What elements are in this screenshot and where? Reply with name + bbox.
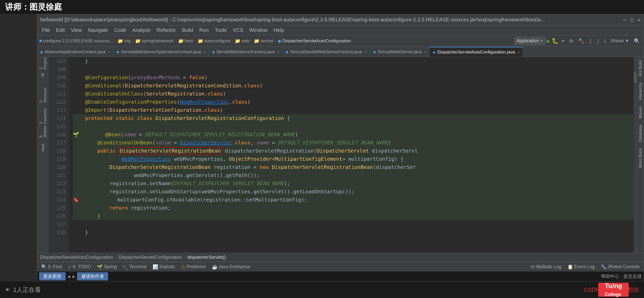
tab-tomcat-factory-label: TomcatServletWebServerFactory.java	[290, 49, 362, 55]
line-111: 111	[48, 90, 66, 98]
bottom-spring[interactable]: 🌱 Spring	[95, 264, 119, 270]
sidebar-project-icon[interactable]: 1: Project	[38, 59, 47, 68]
debug-button[interactable]: 🐛	[552, 38, 559, 44]
tab-tomcat-factory[interactable]: ◆ TomcatServletWebServerFactory.java ×	[283, 47, 370, 57]
tab-abstract[interactable]: ◆ AbstractApplicationContext.java ×	[37, 47, 113, 57]
event-log-icon: 📋	[567, 264, 573, 270]
toolbar-btn-4[interactable]: ⟩	[595, 37, 601, 45]
tab-dispatcher-active[interactable]: ◆ DispatcherServletAutoConfiguration.jav…	[430, 47, 523, 57]
sidebar-commit-icon[interactable]: @	[38, 70, 47, 79]
bottom-todo[interactable]: ✓ 6: TODO	[66, 264, 93, 270]
sidebar-favorites-icon[interactable]: 2: Favorites	[38, 112, 47, 121]
mybatis-label: MyBatis Log	[536, 264, 561, 269]
code-content[interactable]: } @Configuration(proxyBeanMethods = fals…	[69, 57, 634, 253]
bottom-panel: 🔍 3: Find ✓ 6: TODO 🌱 Spring >_ Terminal…	[37, 262, 644, 272]
menu-run[interactable]: Run	[197, 26, 211, 34]
sidebar-jrebel-icon[interactable]: 3: JRebel	[38, 127, 47, 137]
bottom-problems[interactable]: ⚠ Problems	[179, 264, 208, 270]
terminal-label: Terminal	[129, 264, 147, 269]
menu-help[interactable]: Help	[271, 26, 286, 34]
breadcrumb-sep-7: ›	[274, 38, 277, 43]
breadcrumb-sep-5: ›	[231, 38, 234, 43]
toolbar-btn-1[interactable]: ⟳	[568, 37, 575, 45]
menu-view[interactable]: View	[68, 26, 84, 34]
coverage-button[interactable]: ☂	[560, 37, 566, 45]
breadcrumb-springframework: 📁 springframework	[135, 38, 174, 44]
bottom-jrebel-console[interactable]: 🔧 JRebel Console	[599, 264, 642, 270]
menu-navigate[interactable]: Navigate	[85, 26, 111, 34]
toolbar-btn-5[interactable]: 🔍	[632, 37, 642, 45]
ide-window: helloworld [D:\ideaworkspace\java\spring…	[37, 14, 644, 281]
maximize-button[interactable]: □	[631, 17, 634, 23]
bottom-terminal[interactable]: >_ Terminal	[121, 264, 149, 270]
find-label: 3: Find	[48, 264, 62, 269]
tab-tomcat-web[interactable]: ◆ TomcatWebServer.java ×	[370, 47, 430, 57]
code-line-110: @Conditional(DispatcherServletRegistrati…	[73, 82, 634, 90]
status-right: 帮助中心 提交反馈	[601, 273, 642, 279]
sidebar-web-icon[interactable]: Web	[38, 143, 47, 152]
sidebar-structure-icon[interactable]: 2: Structure	[38, 91, 47, 100]
right-label-maven[interactable]: Maven	[637, 103, 644, 121]
title-controls: ─ □ ×	[623, 17, 641, 23]
code-line-109: @Configuration(proxyBeanMethods = false)	[73, 73, 634, 82]
toolbar-btn-2[interactable]: 🔨	[577, 37, 586, 45]
mybatis-icon: 🗃	[531, 264, 535, 269]
right-label-word-book[interactable]: Word Book	[637, 145, 644, 171]
menu-refactor[interactable]: Refactor	[154, 26, 179, 34]
breadcrumb-servlet: 📁 servlet	[254, 38, 273, 44]
menu-file[interactable]: File	[39, 26, 52, 34]
bottom-event-log[interactable]: 📋 Event Log	[565, 264, 597, 270]
tab-tomcat-web-label: TomcatWebServer.java	[377, 49, 422, 55]
bottom-mybatis[interactable]: 🗃 MyBatis Log	[529, 264, 563, 270]
breadcrumb-boot: 📁 boot	[178, 38, 193, 44]
toolbar-btn-3[interactable]: ⟨	[588, 37, 594, 45]
code-line-123: registration.setLoadOnStartup(webMvcProp…	[73, 187, 634, 196]
more-graphics-button[interactable]: 更多图形	[39, 272, 66, 280]
status-bar: 更多图形 ◀ ▶ 邀请协作者 帮助中心 提交反馈	[37, 272, 644, 281]
tab-tomcat-factory-close[interactable]: ×	[365, 50, 367, 54]
menu-code[interactable]: Code	[112, 26, 129, 34]
bottom-statistic[interactable]: 📊 Statistic	[151, 264, 177, 270]
tab-factory[interactable]: ◆ ServletWebServerFactory.java ×	[209, 47, 283, 57]
menu-edit[interactable]: Edit	[53, 26, 67, 34]
submit-feedback-link[interactable]: 提交反馈	[623, 273, 642, 279]
line-128: 128	[48, 228, 66, 236]
tuying-logo: Tu/ngCollege	[598, 283, 629, 297]
run-button[interactable]: ▶	[547, 38, 550, 44]
code-line-111: @ConditionalOnClass(ServletRegistration.…	[73, 90, 634, 98]
line-117: 117	[48, 139, 66, 147]
tab-servlet-web[interactable]: ◆ ServletWebServerApplicationContext.jav…	[113, 47, 209, 57]
tab-factory-close[interactable]: ×	[277, 50, 279, 54]
invite-collaborator-button[interactable]: 邀请协作者	[77, 272, 108, 280]
right-label-database[interactable]: Database	[637, 121, 644, 145]
menu-vcs[interactable]: VCS	[230, 26, 246, 34]
tab-abstract-close[interactable]: ×	[108, 50, 110, 54]
right-sidebar: Ant Build Hierarchy Maven Database Word …	[637, 57, 644, 253]
minimize-button[interactable]: ─	[623, 17, 626, 23]
menu-bar: File Edit View Navigate Code Analyze Ref…	[37, 25, 644, 35]
help-center-link[interactable]: 帮助中心	[601, 273, 619, 279]
menu-tools[interactable]: Tools	[212, 26, 229, 34]
menu-window[interactable]: Window	[247, 26, 270, 34]
sb-config: DispatcherServletConfiguration	[119, 255, 182, 260]
line-116: 116	[48, 130, 66, 139]
line-119: 119	[48, 155, 66, 163]
editor-area: 107 108 109 110 111 112 113 114 115 116 …	[48, 57, 637, 253]
tab-servlet-web-close[interactable]: ×	[204, 50, 206, 54]
right-label-ant-build[interactable]: Ant Build	[637, 57, 644, 79]
bottom-find[interactable]: 🔍 3: Find	[39, 264, 64, 270]
code-line-108	[73, 65, 634, 73]
scrollbar[interactable]	[634, 57, 637, 253]
close-button[interactable]: ×	[638, 17, 641, 23]
menu-build[interactable]: Build	[179, 26, 196, 34]
right-label-hierarchy[interactable]: Hierarchy	[637, 79, 644, 103]
tab-dispatcher-close[interactable]: ×	[518, 50, 520, 54]
jrebel-label[interactable]: JRebel ▼	[609, 38, 631, 44]
menu-analyze[interactable]: Analyze	[130, 26, 153, 34]
watermark-title: 讲师：图灵徐庭	[5, 2, 62, 13]
tab-tomcat-web-close[interactable]: ×	[424, 50, 426, 54]
line-122: 122	[48, 179, 66, 187]
run-config-box[interactable]: Application ▼	[514, 37, 545, 45]
bottom-java-enterprise[interactable]: ☕ Java Enterprise	[210, 264, 252, 270]
breadcrumb-org: 📁 org	[118, 38, 130, 44]
